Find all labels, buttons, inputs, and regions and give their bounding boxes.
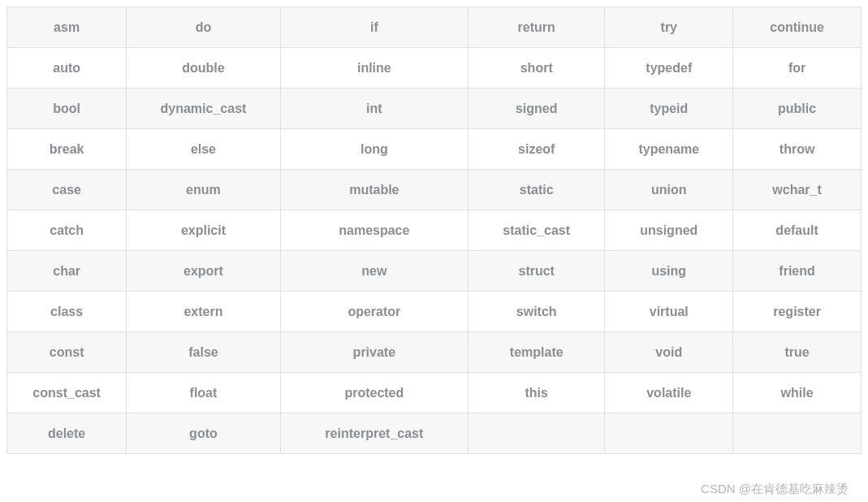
table-cell: inline [280,48,468,89]
table-cell: static_cast [469,210,605,251]
table-cell: do [127,7,280,48]
table-cell: enum [127,170,280,210]
table-cell: friend [733,251,862,292]
table-cell: unsigned [605,210,733,251]
table-cell: const_cast [7,373,127,413]
table-cell: goto [127,413,280,454]
table-cell [469,413,605,454]
table-cell: float [127,373,280,413]
table-cell: break [7,129,127,170]
table-cell: else [127,129,280,170]
table-row: case enum mutable static union wchar_t [7,170,862,210]
table-cell: private [280,332,468,373]
table-row: break else long sizeof typename throw [7,129,862,170]
table-row: bool dynamic_cast int signed typeid publ… [7,89,862,129]
table-cell: namespace [280,210,468,251]
table-cell: const [7,332,127,373]
table-cell: typeid [605,89,733,129]
table-row: class extern operator switch virtual reg… [7,292,862,332]
table-cell: double [127,48,280,89]
table-row: auto double inline short typedef for [7,48,862,89]
table-cell: wchar_t [733,170,862,210]
table-cell: sizeof [469,129,605,170]
table-cell: register [733,292,862,332]
table-cell: case [7,170,127,210]
table-cell: for [733,48,862,89]
table-cell [733,413,862,454]
table-cell: struct [469,251,605,292]
table-cell: new [280,251,468,292]
table-cell: delete [7,413,127,454]
table-cell: volatile [605,373,733,413]
table-row: const_cast float protected this volatile… [7,373,862,413]
table-cell: while [733,373,862,413]
table-cell: using [605,251,733,292]
table-cell: dynamic_cast [127,89,280,129]
table-cell: auto [7,48,127,89]
table-cell: export [127,251,280,292]
table-cell: typename [605,129,733,170]
table-cell: int [280,89,468,129]
table-row: const false private template void true [7,332,862,373]
table-cell: true [733,332,862,373]
table-cell: long [280,129,468,170]
table-cell: explicit [127,210,280,251]
watermark-text: CSDN @在肯德基吃麻辣烫 [701,482,849,497]
table-row: catch explicit namespace static_cast uns… [7,210,862,251]
table-cell: signed [469,89,605,129]
table-cell: throw [733,129,862,170]
table-row: delete goto reinterpret_cast [7,413,862,454]
table-cell: default [733,210,862,251]
table-cell: short [469,48,605,89]
table-cell: class [7,292,127,332]
table-cell: operator [280,292,468,332]
table-cell: return [469,7,605,48]
table-cell: template [469,332,605,373]
table-row: char export new struct using friend [7,251,862,292]
table-cell: this [469,373,605,413]
table-cell: mutable [280,170,468,210]
table-cell: continue [733,7,862,48]
table-cell: catch [7,210,127,251]
table-cell: typedef [605,48,733,89]
table-cell: virtual [605,292,733,332]
table-row: asm do if return try continue [7,7,862,48]
table-cell: bool [7,89,127,129]
table-cell: reinterpret_cast [280,413,468,454]
table-cell: void [605,332,733,373]
table-cell: asm [7,7,127,48]
table-cell: try [605,7,733,48]
table-cell: if [280,7,468,48]
table-cell: false [127,332,280,373]
table-cell: switch [469,292,605,332]
table-cell: static [469,170,605,210]
table-cell: char [7,251,127,292]
table-cell: public [733,89,862,129]
table-cell: protected [280,373,468,413]
table-cell: extern [127,292,280,332]
table-cell [605,413,733,454]
keywords-table: asm do if return try continue auto doubl… [6,6,862,454]
table-cell: union [605,170,733,210]
